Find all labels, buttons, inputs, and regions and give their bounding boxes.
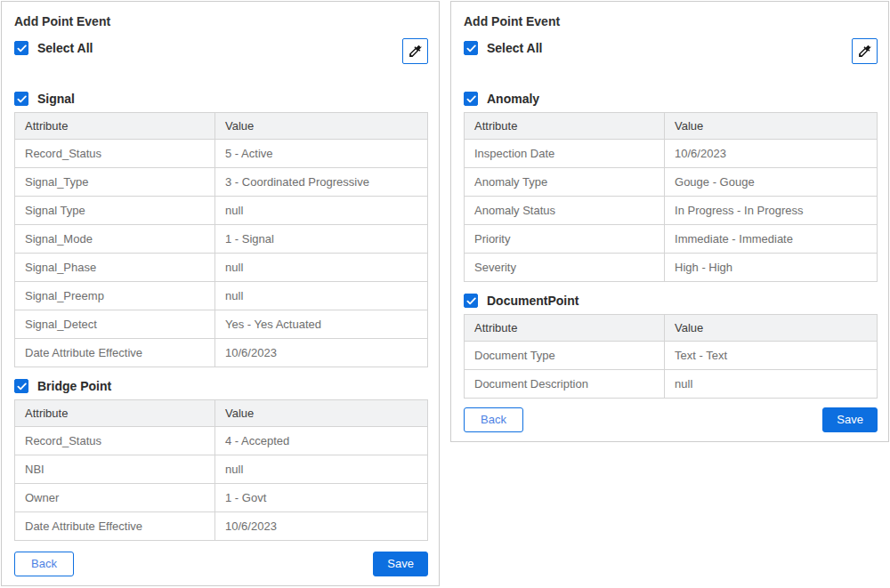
eyedropper-button[interactable] xyxy=(852,38,878,64)
table-row: Signal_DetectYes - Yes Actuated xyxy=(15,310,428,339)
panel-footer: BackSave xyxy=(464,399,878,432)
attribute-cell: Priority xyxy=(465,225,665,254)
check-icon xyxy=(17,44,27,52)
value-cell: 3 - Coordinated Progressive xyxy=(215,168,428,197)
value-cell: 10/6/2023 xyxy=(215,339,428,367)
attribute-cell: Anomaly Status xyxy=(465,197,665,225)
table-row: Owner1 - Govt xyxy=(15,484,428,512)
add-point-event-panel-right: Add Point EventSelect AllAnomalyAttribut… xyxy=(450,1,889,442)
table-header-row: AttributeValue xyxy=(465,315,878,342)
check-icon xyxy=(17,95,27,103)
value-cell: Yes - Yes Actuated xyxy=(215,310,428,339)
table-row: Date Attribute Effective10/6/2023 xyxy=(15,339,428,367)
select-all-label: Select All xyxy=(37,41,93,55)
table-row: SeverityHigh - High xyxy=(465,254,878,282)
table-row: Anomaly StatusIn Progress - In Progress xyxy=(465,197,878,225)
table-row: Record_Status5 - Active xyxy=(15,140,428,168)
table-row: NBInull xyxy=(15,455,428,484)
column-header-value: Value xyxy=(215,400,428,427)
select-all-checkbox[interactable] xyxy=(464,41,478,55)
add-point-event-panel-left: Add Point EventSelect AllSignalAttribute… xyxy=(1,1,440,586)
check-icon xyxy=(466,95,476,103)
panel-toolbar: Select All xyxy=(14,41,428,64)
attribute-cell: Owner xyxy=(15,484,215,512)
panel-title: Add Point Event xyxy=(14,14,428,28)
section-label: Signal xyxy=(37,92,75,106)
value-cell: 5 - Active xyxy=(215,140,428,168)
table-row: Signal_Phasenull xyxy=(15,254,428,282)
attribute-cell: Document Type xyxy=(465,342,665,370)
value-cell: null xyxy=(215,282,428,310)
column-header-attribute: Attribute xyxy=(465,113,665,140)
column-header-attribute: Attribute xyxy=(465,315,665,342)
attribute-cell: Date Attribute Effective xyxy=(15,339,215,367)
value-cell: 4 - Accepted xyxy=(215,427,428,455)
section-label: DocumentPoint xyxy=(487,294,578,308)
eyedropper-button[interactable] xyxy=(402,38,428,64)
table-row: Inspection Date10/6/2023 xyxy=(465,140,878,168)
section-signal: SignalAttributeValueRecord_Status5 - Act… xyxy=(14,80,428,367)
check-icon xyxy=(466,297,476,305)
save-button[interactable]: Save xyxy=(373,552,428,576)
section-checkbox-bridge-point[interactable] xyxy=(14,379,28,393)
attribute-cell: Signal_Detect xyxy=(15,310,215,339)
column-header-attribute: Attribute xyxy=(15,400,215,427)
attribute-cell: Signal_Preemp xyxy=(15,282,215,310)
save-button[interactable]: Save xyxy=(822,407,878,432)
check-icon xyxy=(17,383,27,391)
value-cell: 10/6/2023 xyxy=(215,512,428,541)
eyedropper-icon xyxy=(857,44,872,59)
attribute-cell: Signal_Type xyxy=(15,168,215,197)
table-row: Date Attribute Effective10/6/2023 xyxy=(15,512,428,541)
attributes-table: AttributeValueDocument TypeText - TextDo… xyxy=(464,314,878,399)
attributes-table: AttributeValueRecord_Status4 - AcceptedN… xyxy=(14,399,428,541)
page: Add Point EventSelect AllSignalAttribute… xyxy=(0,0,890,587)
table-header-row: AttributeValue xyxy=(465,113,878,140)
attributes-table: AttributeValueRecord_Status5 - ActiveSig… xyxy=(14,112,428,367)
value-cell: null xyxy=(215,197,428,225)
attribute-cell: Signal_Mode xyxy=(15,225,215,254)
panel-toolbar: Select All xyxy=(464,41,878,64)
section-label: Bridge Point xyxy=(37,379,111,393)
table-row: Signal_Type3 - Coordinated Progressive xyxy=(15,168,428,197)
column-header-value: Value xyxy=(665,315,878,342)
table-row: Document TypeText - Text xyxy=(465,342,878,370)
attribute-cell: Anomaly Type xyxy=(465,168,665,197)
table-row: Anomaly TypeGouge - Gouge xyxy=(465,168,878,197)
attribute-cell: Inspection Date xyxy=(465,140,665,168)
attribute-cell: Severity xyxy=(465,254,665,282)
value-cell: High - High xyxy=(665,254,878,282)
value-cell: In Progress - In Progress xyxy=(665,197,878,225)
attribute-cell: Document Description xyxy=(465,370,665,399)
select-all-label: Select All xyxy=(487,41,543,55)
attribute-cell: Record_Status xyxy=(15,427,215,455)
table-header-row: AttributeValue xyxy=(15,113,428,140)
column-header-value: Value xyxy=(215,113,428,140)
column-header-attribute: Attribute xyxy=(15,113,215,140)
value-cell: 1 - Govt xyxy=(215,484,428,512)
column-header-value: Value xyxy=(665,113,878,140)
table-header-row: AttributeValue xyxy=(15,400,428,427)
table-row: Record_Status4 - Accepted xyxy=(15,427,428,455)
attribute-cell: NBI xyxy=(15,455,215,484)
section-checkbox-signal[interactable] xyxy=(14,92,28,106)
section-anomaly: AnomalyAttributeValueInspection Date10/6… xyxy=(464,80,878,282)
section-checkbox-documentpoint[interactable] xyxy=(464,294,478,308)
table-row: PriorityImmediate - Immediate xyxy=(465,225,878,254)
value-cell: Gouge - Gouge xyxy=(665,168,878,197)
section-label: Anomaly xyxy=(487,92,539,106)
attributes-table: AttributeValueInspection Date10/6/2023An… xyxy=(464,112,878,282)
section-checkbox-anomaly[interactable] xyxy=(464,92,478,106)
back-button[interactable]: Back xyxy=(464,407,523,432)
value-cell: null xyxy=(665,370,878,399)
attribute-cell: Signal Type xyxy=(15,197,215,225)
table-row: Signal Typenull xyxy=(15,197,428,225)
value-cell: null xyxy=(215,455,428,484)
attribute-cell: Date Attribute Effective xyxy=(15,512,215,541)
attribute-cell: Record_Status xyxy=(15,140,215,168)
value-cell: Immediate - Immediate xyxy=(665,225,878,254)
select-all-checkbox[interactable] xyxy=(14,41,28,55)
section-bridge-point: Bridge PointAttributeValueRecord_Status4… xyxy=(14,367,428,541)
table-row: Signal_Mode1 - Signal xyxy=(15,225,428,254)
back-button[interactable]: Back xyxy=(14,552,74,576)
